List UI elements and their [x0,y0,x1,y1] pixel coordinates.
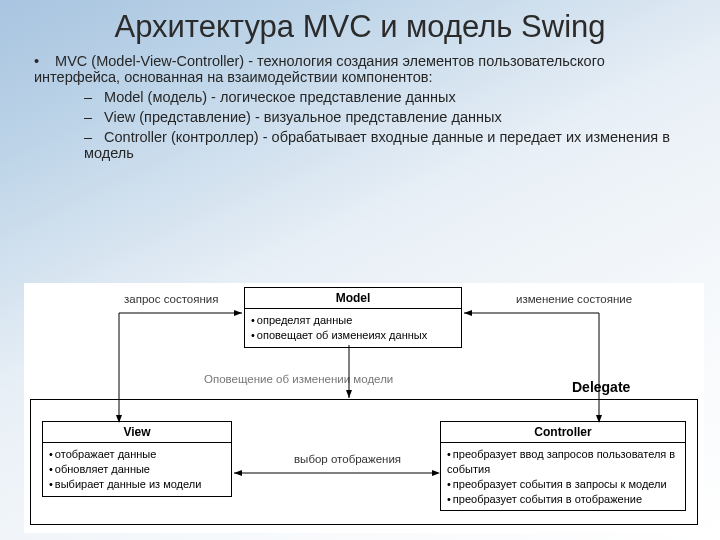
box-model-title: Model [245,288,461,309]
slide-title: Архитектура MVC и модель Swing [0,0,720,51]
bullet-view: View (представление) - визуальное предст… [84,109,686,125]
box-controller-item: преобразует события в отображение [447,492,679,507]
box-view-item: выбирает данные из модели [49,477,225,492]
box-controller: Controller преобразует ввод запросов пол… [440,421,686,511]
box-view-title: View [43,422,231,443]
edge-label-notify: Оповещение об изменении модели [204,373,393,385]
box-model-item: определят данные [251,313,455,328]
box-model: Model определят данные оповещает об изме… [244,287,462,348]
edge-label-state-request: запрос состояния [124,293,218,305]
box-controller-item: преобразует ввод запросов пользователя в… [447,447,679,477]
bullet-controller: Controller (контроллер) - обрабатывает в… [84,129,686,161]
box-view: View отображает данные обновляет данные … [42,421,232,497]
slide-content: MVC (Model-View-Controller) - технология… [0,51,720,161]
delegate-label: Delegate [572,379,630,395]
box-controller-title: Controller [441,422,685,443]
box-view-item: отображает данные [49,447,225,462]
bullet-model: Model (модель) - логическое представлени… [84,89,686,105]
mvc-diagram: Delegate Model определят данные оповещае… [24,283,704,533]
box-view-item: обновляет данные [49,462,225,477]
lead-text: MVC (Model-View-Controller) - технология… [34,53,605,85]
edge-label-view-select: выбор отображения [294,453,401,465]
box-controller-item: преобразует события в запросы к модели [447,477,679,492]
edge-label-state-change: изменение состояние [516,293,632,305]
box-model-item: оповещает об изменеиях данных [251,328,455,343]
